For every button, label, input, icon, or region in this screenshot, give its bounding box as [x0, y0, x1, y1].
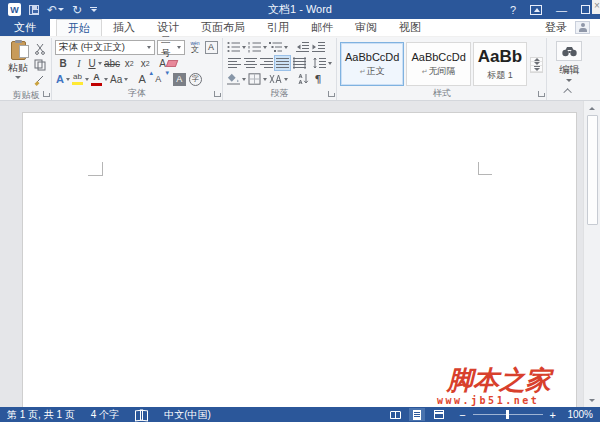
sign-in-link[interactable]: 登录	[545, 20, 567, 35]
clipboard-dialog-launcher[interactable]	[42, 90, 50, 98]
undo-dropdown-icon[interactable]	[58, 8, 64, 11]
line-spacing-button[interactable]	[312, 55, 333, 71]
character-shading-button[interactable]: A	[171, 71, 187, 87]
editing-menu-button[interactable]: 编辑	[550, 39, 588, 87]
text-effects-button[interactable]: A	[55, 71, 71, 87]
borders-button[interactable]	[247, 71, 268, 87]
style-preview: AaBbCcDd	[411, 51, 465, 63]
clear-formatting-button[interactable]: A	[158, 55, 178, 71]
scroll-down-button[interactable]	[584, 393, 600, 407]
superscript-button[interactable]: x2	[137, 55, 153, 71]
align-right-button[interactable]	[258, 55, 274, 71]
clipboard-group: 粘贴 剪贴板	[1, 38, 52, 100]
word-application-window: { "title_bar": { "title": "文档1 - Word", …	[0, 0, 600, 422]
print-layout-button[interactable]	[409, 408, 425, 421]
vertical-scrollbar[interactable]	[583, 101, 600, 407]
triangle-up-icon	[589, 107, 595, 110]
styles-dialog-launcher[interactable]	[537, 90, 545, 98]
format-painter-button[interactable]	[32, 73, 48, 89]
zoom-level[interactable]: 100%	[563, 409, 593, 420]
read-mode-button[interactable]	[387, 408, 403, 421]
asian-layout-button[interactable]	[268, 71, 289, 87]
undo-button[interactable]: ↶	[47, 4, 64, 16]
font-color-button[interactable]: A	[90, 71, 109, 87]
style-name: 正文	[367, 66, 385, 76]
tab-page-layout[interactable]: 页面布局	[190, 19, 256, 36]
page-number-status[interactable]: 第 1 页, 共 1 页	[7, 408, 75, 422]
watermark-site-url: www.jb51.net	[437, 395, 539, 406]
customize-qat-button[interactable]	[90, 7, 97, 12]
style-no-spacing[interactable]: AaBbCcDd ↵无间隔	[406, 42, 470, 86]
character-border-button[interactable]: A	[203, 39, 219, 55]
paste-button[interactable]: 粘贴	[4, 39, 32, 89]
web-layout-icon	[434, 410, 444, 419]
shrink-font-button[interactable]: A▼	[150, 71, 166, 87]
paragraph-dialog-launcher[interactable]	[327, 90, 335, 98]
chevron-down-icon	[328, 62, 332, 65]
bold-button[interactable]: B	[55, 55, 71, 71]
copy-icon	[34, 59, 47, 71]
minimize-button[interactable]: —	[556, 4, 567, 16]
ribbon: 粘贴 剪贴板 宋体 (中文正文) 二	[0, 37, 600, 101]
strikethrough-button[interactable]: abc	[103, 55, 121, 71]
distribute-button[interactable]	[291, 55, 307, 71]
bullets-button[interactable]	[226, 39, 247, 55]
shading-bucket-icon	[227, 73, 240, 85]
zoom-out-button[interactable]: −	[459, 409, 465, 421]
grow-font-button[interactable]: A▲	[134, 71, 150, 87]
tab-view[interactable]: 视图	[388, 19, 432, 36]
zoom-in-button[interactable]: +	[550, 409, 556, 421]
zoom-slider-thumb[interactable]	[506, 410, 509, 419]
shading-button[interactable]	[226, 71, 247, 87]
phonetic-guide-button[interactable]: wén文	[187, 39, 203, 55]
tab-insert[interactable]: 插入	[102, 19, 146, 36]
enclose-characters-button[interactable]: 字	[187, 71, 203, 87]
change-case-button[interactable]: Aa	[109, 71, 129, 87]
cut-button[interactable]	[32, 41, 48, 57]
decrease-indent-button[interactable]	[294, 39, 310, 55]
increase-indent-button[interactable]	[310, 39, 326, 55]
font-dialog-launcher[interactable]	[213, 90, 221, 98]
tab-references[interactable]: 引用	[256, 19, 300, 36]
justify-button[interactable]	[274, 55, 291, 71]
maximize-button[interactable]	[581, 5, 590, 14]
web-layout-button[interactable]	[431, 408, 447, 421]
highlight-color-button[interactable]: ab	[71, 71, 90, 87]
undo-icon: ↶	[47, 4, 57, 16]
align-left-button[interactable]	[226, 55, 242, 71]
italic-button[interactable]: I	[71, 55, 87, 71]
scroll-up-button[interactable]	[584, 101, 600, 115]
tab-mailings[interactable]: 邮件	[300, 19, 344, 36]
tab-review[interactable]: 审阅	[344, 19, 388, 36]
redo-button[interactable]: ↻	[72, 4, 82, 16]
ribbon-display-options-button[interactable]	[530, 5, 542, 15]
subscript-button[interactable]: x2	[121, 55, 137, 71]
zoom-slider[interactable]	[473, 414, 543, 415]
tab-file[interactable]: 文件	[0, 19, 50, 36]
collapse-ribbon-button[interactable]	[562, 86, 576, 96]
bullets-icon	[227, 41, 240, 53]
chevron-down-icon	[85, 78, 89, 81]
help-button[interactable]: ?	[510, 4, 516, 16]
align-center-button[interactable]	[242, 55, 258, 71]
language-status[interactable]: 中文(中国)	[164, 408, 211, 422]
multilevel-list-button[interactable]	[268, 39, 289, 55]
clipboard-icon	[11, 41, 26, 60]
show-hide-marks-button[interactable]: ¶	[310, 71, 326, 87]
save-button[interactable]	[29, 5, 39, 15]
font-size-combo[interactable]: 二号	[157, 40, 185, 55]
font-name-combo[interactable]: 宋体 (中文正文)	[55, 40, 155, 55]
style-normal[interactable]: AaBbCcDd ↵正文	[340, 42, 404, 86]
line-spacing-icon	[313, 57, 326, 69]
scrollbar-thumb[interactable]	[587, 115, 598, 225]
numbering-button[interactable]	[247, 39, 268, 55]
underline-button[interactable]: U	[87, 55, 103, 71]
tab-home[interactable]: 开始	[56, 19, 102, 36]
copy-button[interactable]	[32, 57, 48, 73]
word-count-status[interactable]: 4 个字	[91, 408, 119, 422]
user-avatar-icon[interactable]	[575, 21, 590, 34]
sort-button[interactable]	[294, 71, 310, 87]
proofing-status-icon[interactable]	[135, 410, 148, 420]
style-heading-1[interactable]: AaBb 标题 1	[473, 42, 527, 86]
styles-gallery-more-button[interactable]	[531, 66, 542, 72]
